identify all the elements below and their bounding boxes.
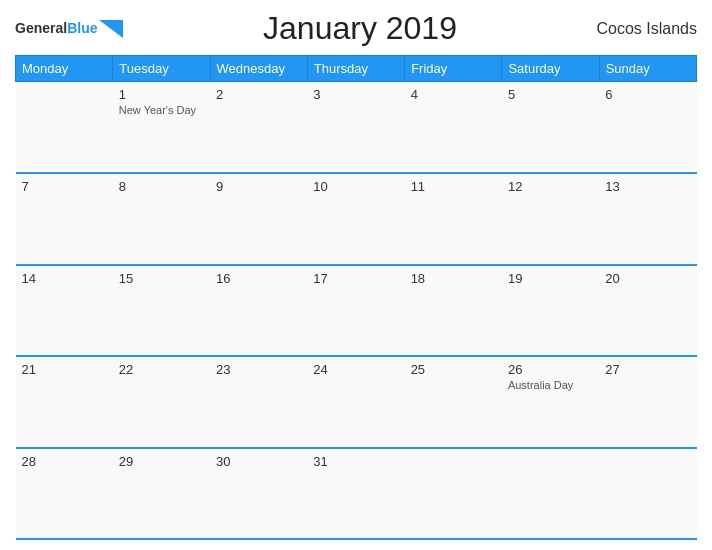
calendar-table: Monday Tuesday Wednesday Thursday Friday… [15, 55, 697, 540]
region-label: Cocos Islands [597, 20, 698, 38]
calendar-cell: 7 [16, 173, 113, 265]
day-number: 3 [313, 87, 398, 102]
calendar-cell: 2 [210, 82, 307, 174]
day-number: 26 [508, 362, 593, 377]
logo: GeneralBlue [15, 20, 123, 38]
header-saturday: Saturday [502, 56, 599, 82]
logo-general: GeneralBlue [15, 20, 97, 37]
day-number: 12 [508, 179, 593, 194]
calendar-cell: 11 [405, 173, 502, 265]
calendar-cell: 1New Year's Day [113, 82, 210, 174]
calendar-cell: 30 [210, 448, 307, 540]
calendar-week-4: 212223242526Australia Day27 [16, 356, 697, 448]
calendar-week-1: 1New Year's Day23456 [16, 82, 697, 174]
calendar-cell: 14 [16, 265, 113, 357]
calendar-cell [16, 82, 113, 174]
day-number: 18 [411, 271, 496, 286]
calendar-week-3: 14151617181920 [16, 265, 697, 357]
day-number: 30 [216, 454, 301, 469]
header-sunday: Sunday [599, 56, 696, 82]
day-number: 20 [605, 271, 690, 286]
day-number: 14 [22, 271, 107, 286]
day-number: 24 [313, 362, 398, 377]
day-number: 9 [216, 179, 301, 194]
day-number: 11 [411, 179, 496, 194]
day-number: 7 [22, 179, 107, 194]
calendar-header: GeneralBlue January 2019 Cocos Islands [15, 10, 697, 47]
day-number: 22 [119, 362, 204, 377]
calendar-cell: 28 [16, 448, 113, 540]
calendar-cell: 17 [307, 265, 404, 357]
calendar-cell: 23 [210, 356, 307, 448]
day-number: 5 [508, 87, 593, 102]
logo-icon [99, 20, 123, 38]
svg-marker-0 [99, 20, 123, 38]
calendar-cell: 21 [16, 356, 113, 448]
calendar-week-2: 78910111213 [16, 173, 697, 265]
day-number: 29 [119, 454, 204, 469]
calendar-cell: 27 [599, 356, 696, 448]
calendar-cell: 18 [405, 265, 502, 357]
day-number: 23 [216, 362, 301, 377]
calendar-cell: 8 [113, 173, 210, 265]
day-number: 21 [22, 362, 107, 377]
calendar-title: January 2019 [123, 10, 596, 47]
day-number: 19 [508, 271, 593, 286]
day-number: 6 [605, 87, 690, 102]
calendar-cell: 15 [113, 265, 210, 357]
day-number: 4 [411, 87, 496, 102]
day-number: 8 [119, 179, 204, 194]
calendar-cell: 6 [599, 82, 696, 174]
calendar-cell: 9 [210, 173, 307, 265]
calendar-cell: 22 [113, 356, 210, 448]
holiday-name: New Year's Day [119, 104, 204, 116]
calendar-cell: 3 [307, 82, 404, 174]
calendar-cell: 19 [502, 265, 599, 357]
day-number: 27 [605, 362, 690, 377]
calendar-cell [502, 448, 599, 540]
calendar-cell: 24 [307, 356, 404, 448]
header-tuesday: Tuesday [113, 56, 210, 82]
day-number: 25 [411, 362, 496, 377]
calendar-week-5: 28293031 [16, 448, 697, 540]
calendar-cell: 20 [599, 265, 696, 357]
calendar-cell: 29 [113, 448, 210, 540]
weekday-header-row: Monday Tuesday Wednesday Thursday Friday… [16, 56, 697, 82]
day-number: 31 [313, 454, 398, 469]
calendar-cell: 5 [502, 82, 599, 174]
day-number: 1 [119, 87, 204, 102]
day-number: 16 [216, 271, 301, 286]
day-number: 2 [216, 87, 301, 102]
day-number: 13 [605, 179, 690, 194]
day-number: 10 [313, 179, 398, 194]
calendar-cell: 12 [502, 173, 599, 265]
calendar-cell: 10 [307, 173, 404, 265]
header-wednesday: Wednesday [210, 56, 307, 82]
day-number: 15 [119, 271, 204, 286]
calendar-cell: 31 [307, 448, 404, 540]
calendar-cell: 25 [405, 356, 502, 448]
header-thursday: Thursday [307, 56, 404, 82]
holiday-name: Australia Day [508, 379, 593, 391]
calendar-cell [405, 448, 502, 540]
day-number: 28 [22, 454, 107, 469]
header-monday: Monday [16, 56, 113, 82]
calendar-cell: 13 [599, 173, 696, 265]
calendar-cell [599, 448, 696, 540]
calendar-cell: 16 [210, 265, 307, 357]
calendar-cell: 4 [405, 82, 502, 174]
day-number: 17 [313, 271, 398, 286]
calendar-container: GeneralBlue January 2019 Cocos Islands M… [0, 0, 712, 550]
calendar-cell: 26Australia Day [502, 356, 599, 448]
header-friday: Friday [405, 56, 502, 82]
